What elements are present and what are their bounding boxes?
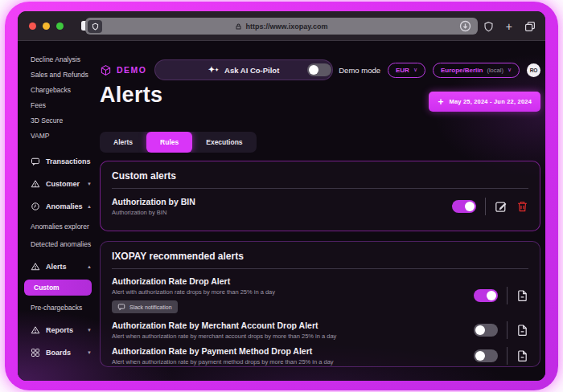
shield-icon[interactable]	[483, 21, 494, 32]
sidebar-item-transactions[interactable]: Transactions	[31, 153, 100, 169]
copilot-label: Ask AI Co-Pilot	[224, 66, 279, 75]
lock-icon	[235, 22, 242, 31]
currency-select[interactable]: EUR ∨	[388, 63, 425, 78]
alert-description: Alert when authorization rate by payment…	[112, 358, 334, 365]
divider	[507, 287, 508, 304]
alert-enabled-toggle[interactable]	[474, 349, 498, 362]
toggle-knob	[487, 291, 496, 300]
sidebar-item-vamp[interactable]: VAMP	[31, 129, 100, 144]
sidebar-item-alerts[interactable]: Alerts ▲	[31, 259, 100, 275]
document-icon[interactable]	[516, 289, 528, 302]
edit-icon[interactable]	[495, 200, 508, 213]
delete-icon[interactable]	[516, 200, 528, 213]
close-window-button[interactable]	[29, 22, 36, 30]
slack-notification-badge: Slack notification	[112, 300, 178, 313]
url-text: https://www.ixopay.com	[245, 22, 327, 31]
sidebar-item-anomalies-explorer[interactable]: Anomalies explorer	[31, 219, 100, 235]
app-logo: DEMO	[100, 64, 147, 76]
sidebar-item-anomalies[interactable]: Anomalies ▲	[31, 198, 100, 214]
minimize-window-button[interactable]	[43, 22, 50, 30]
sidebar-item-pre-chargebacks[interactable]: Pre-chargebacks	[31, 300, 100, 316]
alert-name: Authorization Rate by Payment Method Dro…	[112, 346, 334, 356]
sidebar-item-custom-active[interactable]: Custom	[24, 280, 92, 296]
alert-row: Authorization Rate Drop Alert Alert with…	[112, 276, 528, 314]
chevron-down-icon: ▼	[87, 350, 92, 355]
chevron-up-icon: ▲	[87, 204, 92, 209]
page-background: ‹ › https://www.ixopay.com	[0, 0, 563, 392]
toggle-knob	[475, 351, 485, 361]
tab-bar: Alerts Rules Executions	[100, 132, 257, 153]
alert-description: Alert with authorization rate drops by m…	[112, 288, 275, 296]
alert-description: Authorization by BIN	[112, 209, 195, 216]
chevron-down-icon: ▼	[87, 328, 92, 333]
recommended-alerts-title: IXOPAY recommended alerts	[112, 242, 528, 262]
chevron-down-icon: ▼	[87, 182, 92, 186]
sidebar-item-fees[interactable]: Fees	[31, 98, 100, 113]
alert-name: Authorization Rate Drop Alert	[112, 276, 275, 286]
plus-icon: +	[438, 97, 443, 107]
warning-triangle-icon	[31, 179, 40, 189]
app-header: DEMO ✦✦ Ask AI Co-Pilot Demo mode EUR ∨	[100, 59, 540, 81]
demo-mode-toggle[interactable]	[307, 63, 331, 76]
demo-mode-label: Demo mode	[339, 66, 380, 75]
divider	[485, 198, 486, 215]
tab-rules[interactable]: Rules	[146, 132, 192, 153]
clock-icon	[31, 202, 40, 211]
toggle-knob	[475, 325, 485, 335]
document-icon[interactable]	[516, 349, 528, 362]
sidebar-nav: Decline Analysis Sales and Refunds Charg…	[18, 41, 100, 381]
cube-logo-icon	[100, 64, 112, 76]
document-icon[interactable]	[516, 324, 528, 337]
chevron-down-icon: ∨	[413, 67, 417, 73]
browser-window: ‹ › https://www.ixopay.com	[18, 11, 545, 381]
alert-description: Alert when authorization rate by merchan…	[112, 333, 336, 340]
download-icon[interactable]	[459, 20, 471, 32]
alert-enabled-toggle[interactable]	[452, 200, 476, 213]
alert-row: Authorization by BIN Authorization by BI…	[112, 197, 528, 216]
new-tab-icon[interactable]: +	[506, 21, 512, 32]
address-bar[interactable]: https://www.ixopay.com	[85, 18, 478, 35]
alert-row: Authorization Rate by Payment Method Dro…	[112, 346, 528, 365]
header-right-cluster: Demo mode EUR ∨ Europe/Berlin (local) ∨ …	[307, 63, 540, 78]
logo-text: DEMO	[117, 65, 147, 75]
sidebar-item-chargebacks[interactable]: Chargebacks	[31, 83, 100, 98]
custom-alerts-title: Custom alerts	[112, 161, 528, 182]
chat-bubble-icon	[117, 303, 125, 311]
chevron-down-icon: ∨	[508, 67, 512, 73]
alert-enabled-toggle[interactable]	[474, 289, 498, 302]
toggle-knob	[465, 202, 475, 211]
divider	[507, 321, 508, 339]
alert-enabled-toggle[interactable]	[474, 324, 498, 337]
divider	[112, 188, 528, 189]
grid-icon	[31, 348, 40, 357]
divider	[507, 347, 508, 365]
app-content: Decline Analysis Sales and Refunds Charg…	[18, 41, 545, 381]
warning-triangle-icon	[31, 262, 40, 272]
window-controls	[29, 22, 64, 30]
sidebar-item-3d-secure[interactable]: 3D Secure	[31, 113, 100, 129]
sidebar-item-reports[interactable]: Reports ▼	[31, 322, 100, 338]
toggle-knob	[309, 65, 318, 75]
date-range-button[interactable]: + May 25, 2024 - Jun 22, 2024	[429, 92, 540, 112]
title-row: Alerts + May 25, 2024 - Jun 22, 2024	[100, 83, 540, 108]
sidebar-item-boards[interactable]: Boards ▼	[31, 345, 100, 361]
date-range-label: May 25, 2024 - Jun 22, 2024	[449, 98, 532, 105]
chevron-up-icon: ▲	[87, 264, 92, 269]
custom-alerts-card: Custom alerts Authorization by BIN Autho…	[100, 161, 540, 231]
user-avatar[interactable]: RO	[527, 63, 540, 77]
sidebar-item-customer[interactable]: Customer ▼	[31, 176, 100, 192]
divider	[112, 268, 528, 269]
tab-overview-icon[interactable]	[524, 21, 536, 32]
fullscreen-window-button[interactable]	[56, 22, 64, 30]
sidebar-item-detected-anomalies[interactable]: Detected anomalies	[31, 237, 100, 252]
alert-row: Authorization Rate by Merchant Account D…	[112, 321, 528, 340]
ask-ai-copilot-button[interactable]: ✦✦ Ask AI Co-Pilot	[154, 59, 333, 80]
sidebar-item-decline-analysis[interactable]: Decline Analysis	[31, 52, 100, 67]
chat-bubble-icon	[31, 157, 40, 166]
sidebar-item-sales-and-refunds[interactable]: Sales and Refunds	[31, 67, 100, 83]
tab-executions[interactable]: Executions	[192, 132, 256, 153]
shield-extension-icon[interactable]	[88, 20, 102, 33]
alert-name: Authorization Rate by Merchant Account D…	[112, 321, 336, 330]
timezone-select[interactable]: Europe/Berlin (local) ∨	[433, 63, 520, 78]
tab-alerts[interactable]: Alerts	[100, 132, 146, 153]
